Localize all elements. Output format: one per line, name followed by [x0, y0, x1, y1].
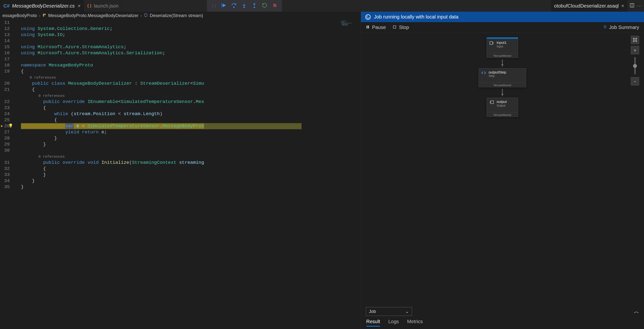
disconnect-icon[interactable]: [272, 3, 278, 9]
line-number: 27: [0, 129, 14, 135]
breadcrumb-seg-method[interactable]: Deserialize(Stream stream): [150, 13, 203, 18]
code-line[interactable]: 16using Microsoft.Azure.StreamAnalytics.…: [0, 50, 361, 56]
drag-grip-icon[interactable]: ⋮⋮: [211, 4, 216, 8]
line-number: 25: [0, 117, 14, 123]
diagram-node-output[interactable]: output Output Not partitioned: [486, 98, 518, 117]
zoom-out-button[interactable]: －: [631, 77, 639, 86]
code-line[interactable]: 19{: [0, 68, 361, 74]
svg-point-9: [367, 16, 370, 18]
zoom-in-button[interactable]: ＋: [631, 46, 639, 54]
more-actions-icon[interactable]: ···: [637, 4, 642, 8]
svg-rect-8: [43, 15, 44, 16]
close-icon[interactable]: ✕: [77, 4, 80, 8]
code-line[interactable]: 13using System.IO;: [0, 32, 361, 38]
job-diagram[interactable]: input1 Input Not partitioned outputSt: [361, 33, 644, 304]
line-number: 12: [0, 26, 14, 32]
tab-launch-json[interactable]: { } launch.json: [84, 0, 122, 12]
line-number: 28: [0, 135, 14, 142]
job-controls: Pause Stop Job Summary: [361, 22, 644, 33]
breadcrumb: essageBodyProto › MessageBodyProto.Messa…: [0, 12, 361, 20]
job-select-dropdown[interactable]: Job ⌄: [366, 307, 412, 316]
code-line[interactable]: 24 while (stream.Position < stream.Lengt…: [0, 111, 361, 117]
code-line[interactable]: 33 }: [0, 172, 361, 178]
code-line[interactable]: 27 yield return e;: [0, 129, 361, 135]
tab-label: otobufCloudDeserializer.asaql: [554, 3, 619, 9]
step-out-icon[interactable]: [251, 3, 258, 9]
stop-label: Stop: [399, 24, 409, 30]
chevron-right-icon: ›: [140, 13, 142, 18]
svg-rect-13: [490, 42, 493, 44]
restart-icon[interactable]: [262, 3, 268, 9]
diagram-node-step[interactable]: outputStep Step Not partitioned: [478, 68, 526, 88]
code-line[interactable]: ▶26💡 var e = SimulatedTemperatureSensor.…: [0, 123, 361, 129]
code-line[interactable]: 14: [0, 38, 361, 44]
job-summary-button[interactable]: Job Summary: [602, 24, 639, 30]
node-title: output: [496, 100, 507, 104]
code-line[interactable]: 15using Microsoft.Azure.StreamAnalytics;: [0, 44, 361, 50]
banner-text: Job running locally with local input dat…: [374, 14, 458, 20]
code-line[interactable]: 11: [0, 20, 361, 26]
pause-button[interactable]: Pause: [366, 24, 386, 30]
arrow-icon: [502, 89, 502, 96]
svg-rect-7: [44, 14, 46, 15]
node-partition: Not partitioned: [487, 53, 518, 58]
svg-rect-11: [368, 26, 369, 28]
editor-tab-bar: C# MessageBodyDeserializer.cs ✕ { } laun…: [0, 0, 644, 12]
line-number: 29: [0, 142, 14, 148]
job-status-banner: Job running locally with local input dat…: [361, 12, 644, 22]
code-line[interactable]: 25 {: [0, 117, 361, 123]
line-number: 24: [0, 111, 14, 117]
tab-message-body-deserializer[interactable]: C# MessageBodyDeserializer.cs ✕: [0, 0, 84, 12]
code-line[interactable]: 17: [0, 56, 361, 62]
code-line[interactable]: 12using System.Collections.Generic;: [0, 26, 361, 32]
code-line[interactable]: 23 {: [0, 105, 361, 111]
breadcrumb-seg-class[interactable]: MessageBodyProto.MessageBodyDeserializer: [48, 13, 138, 18]
tab-asaql-file[interactable]: otobufCloudDeserializer.asaql ✕: [551, 0, 627, 12]
code-line[interactable]: 22 public override IEnumerable<Simulated…: [0, 99, 361, 105]
pause-label: Pause: [372, 24, 386, 30]
tab-logs[interactable]: Logs: [388, 319, 399, 326]
code-line[interactable]: 35}: [0, 184, 361, 190]
lightbulb-icon[interactable]: 💡: [8, 123, 13, 129]
line-number: 32: [0, 166, 14, 172]
json-icon: { }: [88, 4, 92, 8]
tab-label: MessageBodyDeserializer.cs: [12, 3, 75, 9]
zoom-slider[interactable]: [634, 57, 636, 74]
results-tabs: Result Logs Metrics: [361, 317, 644, 329]
line-number: 33: [0, 172, 14, 178]
step-over-icon[interactable]: [231, 3, 237, 9]
line-number: 30: [0, 148, 14, 154]
code-line[interactable]: 30: [0, 148, 361, 154]
split-editor-icon[interactable]: [630, 3, 634, 9]
select-value: Job: [369, 309, 376, 314]
line-number: 18: [0, 62, 14, 68]
stop-button[interactable]: Stop: [392, 24, 409, 30]
code-line[interactable]: 20 public class MessageBodyDeserializer …: [0, 80, 361, 87]
tab-result[interactable]: Result: [366, 319, 380, 326]
step-into-icon[interactable]: [241, 3, 247, 9]
tab-metrics[interactable]: Metrics: [407, 319, 423, 326]
node-subtitle: Step: [488, 74, 506, 78]
svg-rect-12: [393, 26, 396, 28]
code-line[interactable]: 21 {: [0, 87, 361, 93]
class-icon: [42, 13, 46, 18]
code-line[interactable]: 34 }: [0, 178, 361, 184]
code-line[interactable]: 18namespace MessageBodyProto: [0, 62, 361, 68]
line-number: 13: [0, 32, 14, 38]
svg-point-0: [234, 6, 234, 8]
fit-view-button[interactable]: [631, 36, 639, 44]
diagram-node-input[interactable]: input1 Input Not partitioned: [486, 37, 518, 58]
continue-icon[interactable]: [220, 3, 227, 9]
breadcrumb-seg-namespace[interactable]: essageBodyProto: [2, 13, 37, 18]
code-line[interactable]: 31 public override void Initialize(Strea…: [0, 160, 361, 166]
svg-rect-6: [43, 14, 44, 15]
line-number: 31: [0, 160, 14, 166]
code-line[interactable]: 32 {: [0, 166, 361, 172]
collapse-panel-icon[interactable]: ︿: [634, 308, 639, 315]
code-line[interactable]: 28 }: [0, 135, 361, 142]
close-icon[interactable]: ✕: [621, 4, 624, 8]
method-icon: [144, 13, 148, 18]
code-line[interactable]: 29 }: [0, 142, 361, 148]
code-editor[interactable]: 1112using System.Collections.Generic;13u…: [0, 20, 361, 329]
zoom-controls: ＋ －: [631, 36, 639, 86]
